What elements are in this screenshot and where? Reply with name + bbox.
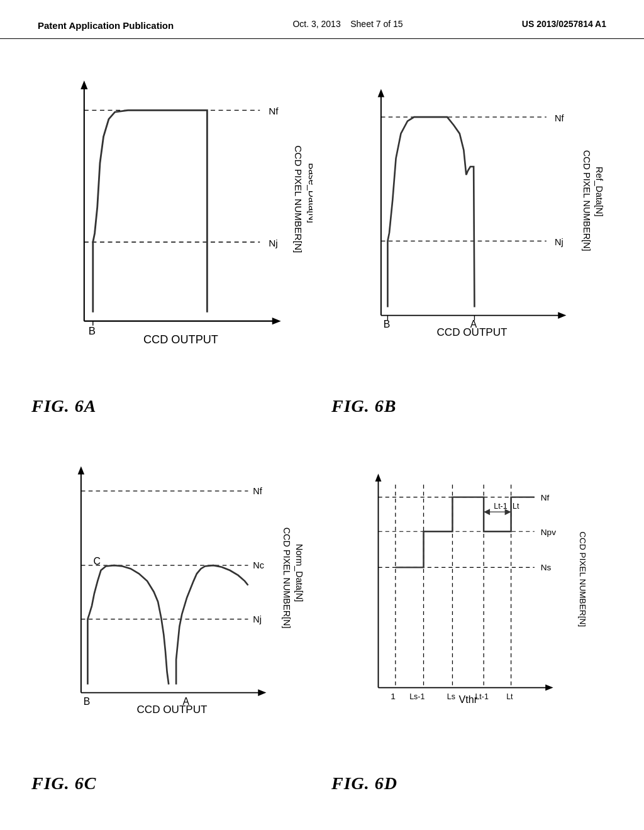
svg-marker-68 — [484, 509, 490, 515]
figure-6d-chart: Vthr Nf Npv Ns CCD PIXEL NUMBER[N] 1 — [331, 435, 613, 768]
svg-text:Ls: Ls — [447, 692, 455, 701]
svg-text:Ns: Ns — [541, 563, 552, 572]
svg-marker-3 — [272, 318, 281, 324]
svg-text:B: B — [384, 319, 391, 329]
svg-text:Lt-1: Lt-1 — [475, 692, 488, 701]
svg-text:Nf: Nf — [541, 493, 550, 502]
publication-number: US 2013/0257814 A1 — [522, 19, 606, 29]
svg-text:Lt: Lt — [506, 692, 513, 701]
publication-date: Oct. 3, 2013 — [292, 19, 340, 29]
svg-text:C: C — [94, 556, 101, 567]
page-header: Patent Application Publication Oct. 3, 2… — [0, 0, 644, 39]
svg-marker-16 — [558, 312, 566, 319]
svg-text:A: A — [183, 696, 190, 707]
publication-date-sheet: Oct. 3, 2013 Sheet 7 of 15 — [292, 19, 402, 29]
svg-text:Nf: Nf — [555, 113, 564, 123]
figure-6c-container: CCD OUTPUT Nf Nc Nj CCD PIXEL NUMBER[N] … — [25, 429, 319, 800]
svg-text:CCD OUTPUT: CCD OUTPUT — [143, 333, 218, 346]
figures-grid: CCD OUTPUT Nf Nj CCD PIXEL NUMBER[N] Bas… — [0, 39, 644, 812]
fig6b-svg: CCD OUTPUT Nf Nj CCD PIXEL NUMBER[N] Ref… — [331, 58, 613, 391]
fig6c-label: FIG. 6C — [31, 773, 96, 794]
svg-marker-29 — [78, 466, 85, 474]
svg-marker-47 — [545, 685, 553, 691]
svg-text:Nj: Nj — [253, 614, 262, 624]
svg-text:Lt: Lt — [513, 502, 519, 511]
fig6c-svg: CCD OUTPUT Nf Nc Nj CCD PIXEL NUMBER[N] … — [31, 435, 313, 768]
svg-text:Npv: Npv — [541, 528, 556, 537]
figure-6a-container: CCD OUTPUT Nf Nj CCD PIXEL NUMBER[N] Bas… — [25, 52, 319, 423]
svg-text:CCD PIXEL NUMBER[N]: CCD PIXEL NUMBER[N] — [578, 531, 587, 627]
svg-text:Ref_Data[N]: Ref_Data[N] — [594, 167, 604, 217]
figure-6a-chart: CCD OUTPUT Nf Nj CCD PIXEL NUMBER[N] Bas… — [31, 58, 313, 391]
svg-text:Nj: Nj — [269, 238, 278, 248]
svg-text:Norm_Data[N]: Norm_Data[N] — [294, 544, 304, 602]
svg-text:CCD PIXEL NUMBER[N]: CCD PIXEL NUMBER[N] — [582, 150, 592, 252]
sheet-info: Sheet 7 of 15 — [350, 19, 402, 29]
svg-text:Nf: Nf — [253, 486, 262, 496]
svg-text:Nj: Nj — [555, 237, 564, 247]
figure-6b-container: CCD OUTPUT Nf Nj CCD PIXEL NUMBER[N] Ref… — [325, 52, 619, 423]
figure-6c-chart: CCD OUTPUT Nf Nc Nj CCD PIXEL NUMBER[N] … — [31, 435, 313, 768]
fig6a-svg: CCD OUTPUT Nf Nj CCD PIXEL NUMBER[N] Bas… — [31, 58, 313, 391]
svg-text:Nf: Nf — [269, 106, 279, 116]
fig6d-svg: Vthr Nf Npv Ns CCD PIXEL NUMBER[N] 1 — [331, 435, 613, 768]
svg-text:Nc: Nc — [253, 560, 264, 570]
svg-text:B: B — [89, 325, 96, 337]
svg-marker-1 — [80, 80, 87, 89]
svg-text:B: B — [84, 696, 91, 707]
svg-text:1: 1 — [391, 692, 396, 701]
fig6a-label: FIG. 6A — [31, 396, 96, 416]
svg-text:Ls-1: Ls-1 — [409, 692, 425, 701]
fig6b-label: FIG. 6B — [331, 396, 396, 416]
figure-6b-chart: CCD OUTPUT Nf Nj CCD PIXEL NUMBER[N] Ref… — [331, 58, 613, 391]
fig6d-label: FIG. 6D — [331, 773, 397, 794]
svg-text:Lt-1: Lt-1 — [494, 502, 507, 511]
svg-text:A: A — [470, 319, 477, 329]
svg-marker-45 — [375, 473, 382, 481]
figure-6d-container: Vthr Nf Npv Ns CCD PIXEL NUMBER[N] 1 — [325, 429, 619, 800]
publication-title: Patent Application Publication — [38, 19, 174, 32]
svg-text:CCD OUTPUT: CCD OUTPUT — [137, 704, 208, 716]
svg-marker-14 — [378, 89, 385, 97]
svg-text:Base_Data[N]: Base_Data[N] — [307, 163, 313, 223]
svg-text:CCD PIXEL NUMBER[N]: CCD PIXEL NUMBER[N] — [293, 145, 304, 253]
svg-marker-31 — [258, 689, 266, 696]
svg-text:CCD PIXEL NUMBER[N]: CCD PIXEL NUMBER[N] — [282, 528, 292, 629]
